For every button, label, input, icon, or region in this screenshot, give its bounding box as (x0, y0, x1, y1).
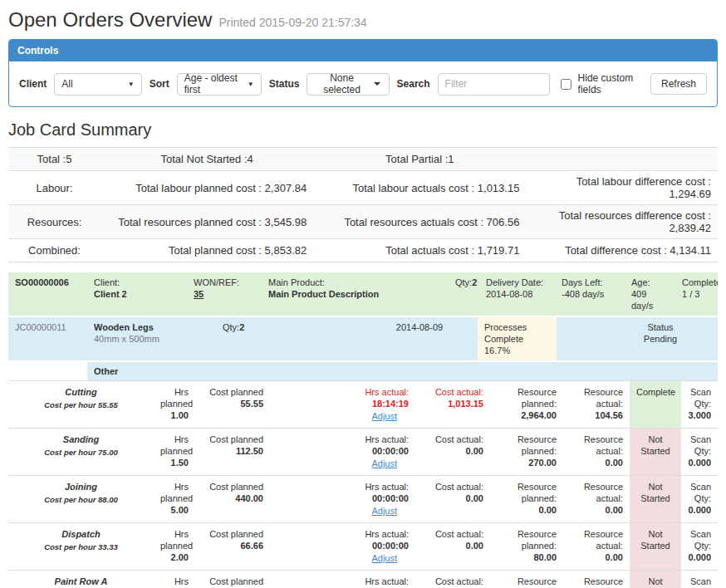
cost-actual-label: Cost actual: (422, 386, 483, 398)
jc-date: 2014-08-09 (374, 317, 465, 361)
cost-actual-cell: Cost actual: 0.00 (415, 571, 490, 588)
hrs-actual-label: Hrs actual: (277, 434, 409, 445)
scan-qty-cell: Scan Qty: 0.000 (681, 429, 718, 476)
adjust-link[interactable]: Adjust (371, 506, 397, 516)
jc-processes-line1: Processes (484, 321, 550, 333)
jc-spacer (465, 317, 478, 361)
cost-actual-value: 0.00 (422, 492, 483, 504)
cost-planned-label: Cost planned (202, 386, 263, 398)
process-name-cell: Cutting Cost per hour 55.55 (8, 381, 154, 429)
adjust-link[interactable]: Adjust (371, 458, 397, 468)
hrs-planned-label: Hrs planned (160, 528, 189, 551)
so-delivery-cell: Delivery Date: 2014-08-08 (479, 272, 555, 316)
resource-actual-cell: Resource actual: 0.00 (563, 523, 630, 571)
resource-planned-label: Resource planned: (497, 528, 557, 551)
hrs-planned-cell: Hrs planned 4.00 (154, 571, 195, 588)
so-age-label: Age: (631, 277, 669, 288)
process-status: Not Started (636, 434, 674, 457)
hrs-actual-label: Hrs actual: (277, 386, 409, 398)
summary-combined-difference: Total difference cost : 4,134.11 (526, 239, 718, 262)
resource-actual-cell: Resource actual: 0.00 (563, 571, 630, 588)
process-status: Complete (636, 386, 674, 398)
so-qty-label: Qty: (455, 277, 472, 287)
resource-actual-label: Resource actual: (570, 576, 623, 588)
jc-qty-label: Qty: (223, 322, 239, 332)
summary-row: Labour: Total labour planned cost : 2,30… (8, 171, 718, 205)
caret-down-icon (374, 82, 380, 86)
sort-select-value: Age - oldest first (184, 72, 241, 96)
adjust-link[interactable]: Adjust (371, 411, 397, 421)
process-row-joining: Joining Cost per hour 88.00 Hrs planned … (8, 476, 718, 523)
sort-select[interactable]: Age - oldest first ▼ (177, 73, 262, 96)
hrs-actual-value: 00:00:00 (277, 445, 409, 457)
process-status: Not Started (636, 576, 674, 588)
page-header: Open Orders OverviewPrinted 2015-09-20 2… (8, 0, 718, 33)
cost-planned-value: 66.66 (202, 540, 263, 551)
hide-custom-fields-label: Hide custom fields (578, 72, 643, 96)
hrs-planned-value: 2.00 (160, 551, 189, 563)
search-input[interactable] (438, 73, 550, 96)
resource-actual-label: Resource actual: (570, 528, 623, 551)
jc-product-spec: 40mm x 500mm (94, 333, 209, 345)
summary-resources-difference: Total resources difference cost : 2,839.… (526, 205, 718, 239)
scan-qty-value: 3.000 (688, 409, 711, 421)
process-name: Sanding (15, 434, 147, 445)
summary-labour-label: Labour: (8, 171, 101, 205)
won-ref-link[interactable]: 35 (194, 289, 204, 299)
so-number: SO00000006 (8, 272, 87, 316)
scan-qty-cell: Scan Qty: 0.000 (681, 523, 718, 571)
job-card-table: JC00000011 Wooden Legs 40mm x 500mm Qty:… (8, 317, 718, 381)
resource-planned-label: Resource planned: (497, 481, 557, 504)
scan-qty-cell: Scan Qty: 0.000 (681, 476, 718, 523)
so-days-left-cell: Days Left: -408 day/s (555, 272, 625, 316)
hrs-actual-cell: Hrs actual: 18:14:19 Adjust (270, 381, 415, 429)
cost-actual-value: 0.00 (422, 540, 483, 551)
scan-qty-value: 0.000 (688, 504, 711, 516)
process-status-cell: Complete (630, 381, 681, 429)
summary-labour-planned: Total labour planned cost : 2,307.84 (101, 171, 313, 205)
refresh-button[interactable]: Refresh (650, 73, 707, 95)
process-status-cell: Not Started (630, 429, 681, 476)
adjust-link[interactable]: Adjust (371, 553, 397, 563)
jc-row: JC00000011 Wooden Legs 40mm x 500mm Qty:… (8, 317, 718, 361)
so-client-value: Client 2 (94, 288, 180, 300)
resource-actual-cell: Resource actual: 0.00 (563, 476, 630, 523)
chevron-down-icon: ▼ (248, 81, 254, 88)
summary-combined-planned: Total planned cost : 5,853.82 (101, 239, 313, 262)
so-client-cell: Client: Client 2 (87, 272, 187, 316)
resource-planned-cell: Resource planned: 270.00 (490, 429, 563, 476)
resource-planned-value: 80.00 (497, 551, 557, 563)
hrs-planned-label: Hrs planned (160, 434, 189, 457)
client-select[interactable]: All ▼ (54, 73, 141, 96)
so-product-label: Main Product: (268, 277, 442, 288)
hide-custom-fields-checkbox[interactable] (561, 79, 571, 90)
jc-status: Status Pending (627, 317, 694, 361)
other-group-row: Other (8, 361, 718, 381)
cost-actual-value: 0.00 (422, 445, 483, 457)
summary-total-not-started: Total Not Started :4 (101, 148, 313, 171)
hrs-planned-label: Hrs planned (160, 576, 189, 588)
page-title: Open Orders Overview (8, 8, 212, 31)
client-select-value: All (61, 78, 72, 90)
so-product-value: Main Product Description (268, 288, 442, 300)
hrs-actual-value: 00:00:00 (277, 540, 409, 551)
summary-resources-actuals: Total resources actuals cost : 706.56 (313, 205, 526, 239)
resource-planned-cell: Resource planned: 80.00 (490, 523, 563, 571)
cost-actual-label: Cost actual: (422, 576, 483, 587)
controls-panel-header: Controls (9, 40, 717, 61)
jc-product-cell: Wooden Legs 40mm x 500mm (87, 317, 216, 361)
status-dropdown-button[interactable]: None selected (307, 73, 389, 96)
process-table: Cutting Cost per hour 55.55 Hrs planned … (8, 381, 718, 588)
so-age-cell: Age: 409 day/s (625, 272, 675, 316)
hrs-actual-cell: Hrs actual: 00:00:00 Adjust (270, 571, 415, 588)
so-qty-cell: Qty:2 (449, 272, 479, 316)
summary-resources-label: Resources: (8, 205, 101, 239)
cost-per-hour: Cost per hour 88.00 (15, 494, 147, 506)
sales-order-row: SO00000006 Client: Client 2 WON/REF: 35 … (8, 272, 718, 316)
jc-number: JC00000011 (8, 317, 87, 361)
so-delivery-label: Delivery Date: (486, 277, 548, 288)
so-days-left-label: Days Left: (562, 277, 618, 288)
cost-actual-cell: Cost actual: 0.00 (415, 476, 490, 523)
resource-planned-value: 0.00 (497, 504, 557, 516)
cost-planned-label: Cost planned (202, 576, 263, 587)
